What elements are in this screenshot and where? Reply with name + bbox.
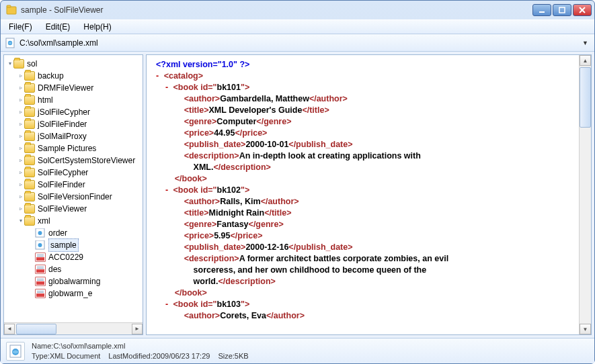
scroll-right-icon[interactable]: ► bbox=[132, 324, 143, 334]
menu-file[interactable]: File(F) bbox=[3, 21, 38, 33]
tree-folder[interactable]: ▹SolFileViewer bbox=[4, 203, 143, 215]
expand-icon[interactable]: ▹ bbox=[17, 94, 24, 106]
tree-folder[interactable]: ▹SolCertSystemStoreViewer bbox=[4, 154, 143, 167]
scroll-left-icon[interactable]: ◄ bbox=[4, 324, 15, 334]
tree-label: backup bbox=[38, 70, 64, 82]
tree-folder[interactable]: ▹html bbox=[4, 94, 143, 106]
folder-icon bbox=[24, 83, 35, 93]
expand-icon[interactable]: ▾ bbox=[7, 58, 13, 70]
svg-point-9 bbox=[38, 231, 42, 235]
tree-folder[interactable]: ▹jSolFileCypher bbox=[4, 106, 143, 118]
titlebar[interactable]: sample - SolFileViewer bbox=[1, 1, 594, 19]
xml-line: </book> bbox=[156, 173, 575, 185]
scroll-up-icon[interactable]: ▲ bbox=[580, 55, 591, 66]
hscroll-track[interactable] bbox=[15, 324, 132, 334]
xml-line: - <catalog> bbox=[156, 71, 575, 82]
app-window: sample - SolFileViewer File(F) Edit(E) H… bbox=[0, 0, 595, 364]
close-button[interactable] bbox=[573, 4, 592, 16]
pdf-file-icon bbox=[35, 265, 46, 274]
tree-label: SolFileVersionFinder bbox=[38, 191, 112, 203]
window-buttons bbox=[532, 4, 592, 16]
xml-line: <description>A former architect battles … bbox=[156, 253, 575, 265]
folder-icon bbox=[24, 204, 35, 214]
expand-icon[interactable]: ▹ bbox=[17, 130, 24, 142]
tree-folder[interactable]: ▹backup bbox=[4, 70, 143, 82]
tree-folder[interactable]: ▹SolFileVersionFinder bbox=[4, 191, 143, 203]
expand-icon[interactable]: ▹ bbox=[17, 167, 24, 179]
tree-folder[interactable]: ▹SolFileCypher bbox=[4, 167, 143, 179]
tree-panel: ▾sol▹backup▹DRMFileViewer▹html▹jSolFileC… bbox=[3, 54, 143, 335]
window-title: sample - SolFileViewer bbox=[21, 5, 532, 15]
expand-icon[interactable]: ▹ bbox=[17, 70, 24, 82]
pdf-file-icon bbox=[35, 253, 46, 262]
xml-line: <author>Gambardella, Matthew</author> bbox=[156, 93, 575, 105]
tree-file[interactable]: ACC0229 bbox=[4, 251, 143, 263]
xml-viewer[interactable]: <?xml version="1.0" ?>- <catalog> - <boo… bbox=[147, 55, 579, 334]
tree-file[interactable]: globalwarming bbox=[4, 275, 143, 287]
content-panel: <?xml version="1.0" ?>- <catalog> - <boo… bbox=[146, 54, 592, 335]
xml-line: <author>Ralls, Kim</author> bbox=[156, 196, 575, 208]
tree-folder[interactable]: ▹jSolFileFinder bbox=[4, 118, 143, 130]
xml-line: world.</description> bbox=[156, 276, 575, 287]
tree-folder-xml[interactable]: ▾xml bbox=[4, 215, 143, 227]
tree-folder[interactable]: ▹Sample Pictures bbox=[4, 142, 143, 154]
tree-label: sol bbox=[27, 58, 37, 70]
xml-line: XML.</description> bbox=[156, 162, 575, 173]
tree-label: jSolFileCypher bbox=[38, 106, 90, 118]
xml-line: - <book id="bk102"> bbox=[156, 185, 575, 196]
scroll-down-icon[interactable]: ▼ bbox=[580, 324, 591, 334]
vscroll-thumb[interactable] bbox=[580, 67, 591, 128]
folder-icon bbox=[24, 71, 35, 81]
expand-icon[interactable]: ▹ bbox=[17, 203, 24, 215]
tree-folder[interactable]: ▹SolFileFinder bbox=[4, 179, 143, 191]
tree-label: SolFileViewer bbox=[38, 203, 87, 215]
statusbar: Name:C:\sol\xml\sample.xml Type:XML Docu… bbox=[1, 338, 594, 363]
path-dropdown-icon[interactable]: ▼ bbox=[582, 40, 590, 46]
vscroll-track[interactable] bbox=[580, 66, 591, 324]
menubar: File(F) Edit(E) Help(H) bbox=[1, 19, 594, 34]
expand-icon[interactable]: ▹ bbox=[17, 118, 24, 130]
tree-file[interactable]: globwarm_e bbox=[4, 287, 143, 300]
folder-icon bbox=[24, 168, 35, 177]
expand-icon[interactable]: ▹ bbox=[17, 106, 24, 118]
hscroll-thumb[interactable] bbox=[16, 324, 56, 334]
content-vscrollbar[interactable]: ▲ ▼ bbox=[579, 55, 591, 334]
menu-help[interactable]: Help(H) bbox=[78, 21, 116, 33]
xml-line: <title>Midnight Rain</title> bbox=[156, 208, 575, 219]
path-text: C:\sol\xml\sample.xml bbox=[19, 38, 578, 48]
expand-icon[interactable]: ▹ bbox=[17, 142, 24, 154]
tree-label: SolCertSystemStoreViewer bbox=[38, 154, 135, 167]
xml-line: <author>Corets, Eva</author> bbox=[156, 310, 575, 322]
tree-file[interactable]: sample bbox=[4, 239, 143, 251]
tree-hscrollbar[interactable]: ◄ ► bbox=[4, 322, 143, 334]
folder-icon bbox=[24, 156, 35, 165]
xml-line: <price>5.95</price> bbox=[156, 230, 575, 242]
xml-line: - <book id="bk103"> bbox=[156, 299, 575, 310]
xml-line: <price>44.95</price> bbox=[156, 128, 575, 139]
tree-folder[interactable]: ▹jSolMailProxy bbox=[4, 130, 143, 142]
xml-line: sorceress, and her own childhood to beco… bbox=[156, 265, 575, 276]
tree-file[interactable]: des bbox=[4, 263, 143, 275]
svg-point-11 bbox=[38, 243, 42, 247]
tree-label: globwarm_e bbox=[48, 287, 92, 300]
expand-icon[interactable]: ▾ bbox=[17, 215, 24, 227]
tree-label: xml bbox=[38, 215, 50, 227]
svg-rect-3 bbox=[559, 7, 565, 13]
tree-folder[interactable]: ▹DRMFileViewer bbox=[4, 82, 143, 94]
tree-file[interactable]: order bbox=[4, 227, 143, 239]
pdf-file-icon bbox=[35, 277, 46, 286]
expand-icon[interactable]: ▹ bbox=[17, 191, 24, 203]
maximize-button[interactable] bbox=[553, 4, 571, 16]
menu-edit[interactable]: Edit(E) bbox=[40, 21, 76, 33]
minimize-button[interactable] bbox=[532, 4, 551, 16]
xml-line: <publish_date>2000-10-01</publish_date> bbox=[156, 139, 575, 150]
expand-icon[interactable]: ▹ bbox=[17, 154, 24, 167]
expand-icon[interactable]: ▹ bbox=[17, 179, 24, 191]
xml-line: <genre>Fantasy</genre> bbox=[156, 219, 575, 230]
tree-root[interactable]: ▾sol bbox=[4, 58, 143, 70]
expand-icon[interactable]: ▹ bbox=[17, 82, 24, 94]
folder-icon bbox=[24, 144, 35, 153]
tree-scroll[interactable]: ▾sol▹backup▹DRMFileViewer▹html▹jSolFileC… bbox=[4, 55, 143, 322]
tree-label: DRMFileViewer bbox=[38, 82, 93, 94]
tree-label: html bbox=[38, 94, 53, 106]
